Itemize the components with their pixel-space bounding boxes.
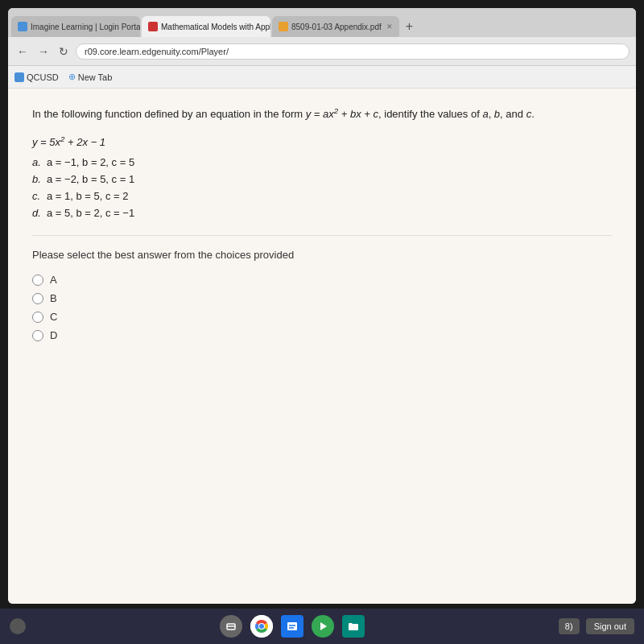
new-tab-button[interactable]: +	[401, 16, 418, 37]
tab-favicon-pdf	[279, 22, 288, 31]
choice-d: d. a = 5, b = 2, c = −1	[32, 207, 612, 219]
svg-point-4	[259, 624, 264, 629]
choice-a: a. a = −1, b = 2, c = 5	[32, 156, 612, 168]
choice-a-label: a.	[32, 156, 42, 168]
choice-b-text: a = −2, b = 5, c = 1	[47, 173, 134, 185]
radio-option-a[interactable]: A	[32, 274, 612, 286]
files-icon	[286, 620, 299, 633]
radio-label-b: B	[50, 292, 57, 304]
bookmark-qcusd[interactable]: QCUSD	[14, 72, 59, 82]
tab-label-imagine: Imagine Learning | Login Portal	[31, 23, 140, 31]
choice-b: b. a = −2, b = 5, c = 1	[32, 173, 612, 185]
taskbar-icon-files[interactable]	[281, 615, 303, 638]
page-content: In the following function defined by an …	[8, 89, 636, 604]
bookmark-label-qcusd: QCUSD	[27, 72, 59, 82]
radio-circle-b	[32, 293, 43, 304]
radio-label-a: A	[50, 274, 57, 286]
radio-label-d: D	[50, 329, 57, 341]
separator	[32, 235, 612, 236]
taskbar-indicator: 8)	[559, 618, 580, 634]
choice-c-text: a = 1, b = 5, c = 2	[47, 190, 129, 202]
tab-favicon-math	[148, 22, 158, 31]
radio-option-d[interactable]: D	[32, 329, 612, 341]
address-input[interactable]: r09.core.learn.edgenuity.com/Player/	[76, 43, 630, 60]
choice-d-text: a = 5, b = 2, c = −1	[47, 207, 134, 219]
radio-circle-a	[32, 275, 43, 286]
svg-rect-5	[287, 622, 297, 630]
forward-button[interactable]: →	[35, 45, 52, 58]
reload-button[interactable]: ↻	[56, 45, 71, 58]
folder-icon	[347, 620, 360, 633]
tab-close-pdf[interactable]: ✕	[386, 23, 393, 31]
svg-marker-8	[320, 622, 327, 630]
tab-appendix[interactable]: 8509-01-03 Appendix.pdf ✕	[272, 16, 399, 37]
chrome-icon	[250, 615, 273, 638]
tab-imagine-learning[interactable]: Imagine Learning | Login Portal ✕	[11, 16, 140, 37]
radio-label-c: C	[50, 311, 57, 323]
play-icon	[316, 620, 329, 633]
tab-label-math: Mathematical Models with Appl...	[161, 23, 270, 31]
radio-option-c[interactable]: C	[32, 311, 612, 323]
choice-d-label: d.	[32, 207, 42, 219]
taskbar-icon-window[interactable]	[220, 615, 242, 638]
back-button[interactable]: ←	[14, 45, 31, 58]
taskbar-center	[34, 615, 551, 638]
bookmarks-bar: QCUSD ⊕ New Tab	[8, 66, 636, 89]
choice-c-label: c.	[32, 190, 42, 202]
bookmark-icon-new-tab: ⊕	[68, 72, 76, 82]
tab-math-models[interactable]: Mathematical Models with Appl... ✕	[142, 16, 270, 37]
address-bar: ← → ↻ r09.core.learn.edgenuity.com/Playe…	[8, 37, 636, 66]
taskbar-icon-folder[interactable]	[342, 615, 365, 638]
tab-favicon-imagine	[18, 22, 27, 31]
bookmark-favicon-qcusd	[14, 72, 24, 82]
radio-circle-d	[32, 330, 43, 341]
tab-label-pdf: 8509-01-03 Appendix.pdf	[291, 23, 382, 31]
taskbar: 8) Sign out	[0, 609, 644, 644]
radio-options: A B C D	[32, 274, 612, 341]
sign-out-button[interactable]: Sign out	[586, 618, 634, 634]
formula-general: y = ax2 + bx + c	[306, 108, 378, 120]
taskbar-right: 8) Sign out	[559, 618, 634, 634]
browser-window: Imagine Learning | Login Portal ✕ Mathem…	[8, 8, 636, 604]
choice-b-label: b.	[32, 173, 42, 185]
question-intro: In the following function defined by an …	[32, 105, 612, 123]
radio-circle-c	[32, 312, 43, 323]
taskbar-icon-play[interactable]	[312, 615, 334, 638]
prompt-text: Please select the best answer from the c…	[32, 249, 612, 261]
answer-choices: a. a = −1, b = 2, c = 5 b. a = −2, b = 5…	[32, 156, 612, 219]
given-equation: y = 5x2 + 2x − 1	[32, 134, 612, 148]
bookmark-label-new-tab: New Tab	[78, 72, 113, 82]
taskbar-circle	[10, 618, 26, 634]
taskbar-icon-chrome[interactable]	[250, 615, 273, 638]
window-icon	[225, 621, 237, 632]
radio-option-b[interactable]: B	[32, 292, 612, 304]
tab-bar: Imagine Learning | Login Portal ✕ Mathem…	[8, 8, 636, 37]
bookmark-new-tab[interactable]: ⊕ New Tab	[68, 72, 113, 82]
choice-a-text: a = −1, b = 2, c = 5	[47, 156, 134, 168]
choice-c: c. a = 1, b = 5, c = 2	[32, 190, 612, 202]
